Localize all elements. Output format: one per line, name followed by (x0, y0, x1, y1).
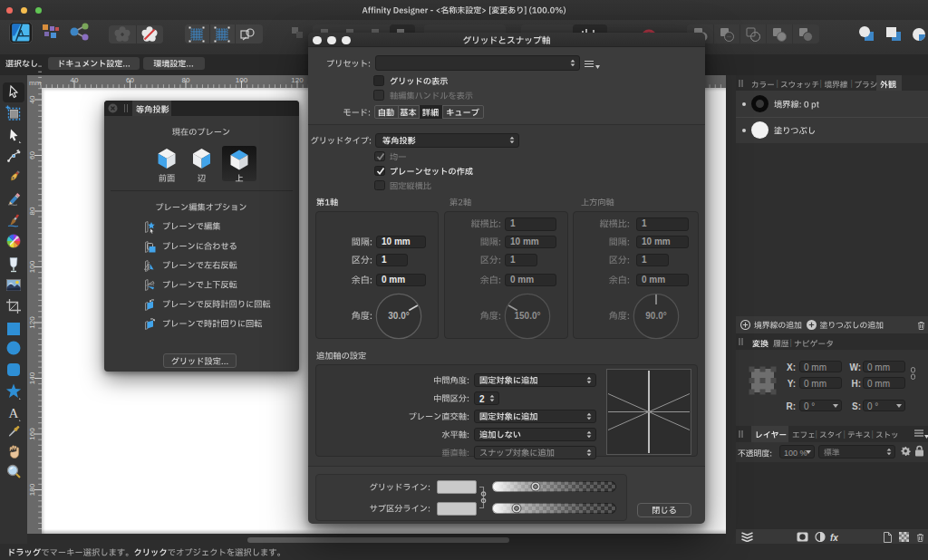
svg-text:160: 160 (28, 428, 36, 440)
svg-text:60: 60 (28, 151, 36, 159)
svg-text:mm: mm (29, 79, 42, 87)
svg-text:180: 180 (28, 483, 36, 496)
svg-text:120: 120 (291, 76, 304, 84)
svg-text:80: 80 (182, 76, 190, 84)
svg-text:40: 40 (28, 95, 36, 103)
svg-text:80: 80 (28, 207, 36, 215)
svg-text:100: 100 (28, 260, 36, 273)
svg-text:120: 120 (28, 316, 36, 329)
svg-text:A: A (9, 406, 19, 420)
svg-text:40: 40 (71, 76, 79, 84)
svg-text:140: 140 (28, 372, 36, 384)
svg-text:100: 100 (236, 76, 248, 84)
svg-text:60: 60 (126, 76, 134, 84)
